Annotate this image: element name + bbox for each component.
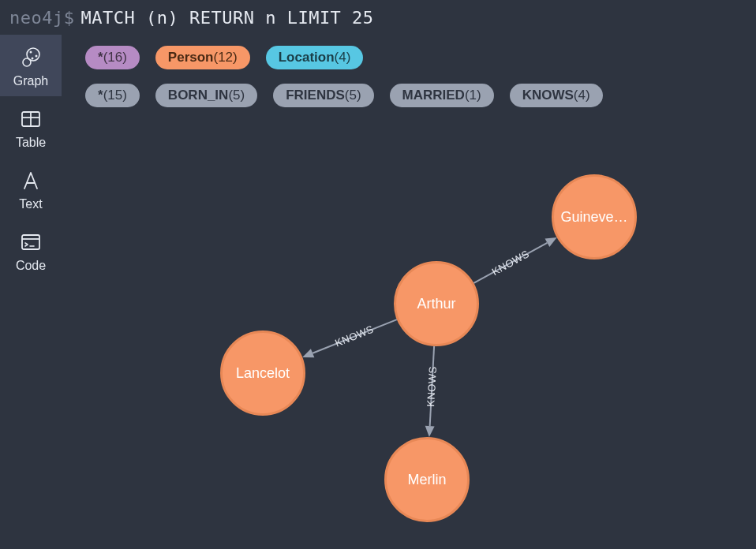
pill-count: (4) [335,50,351,65]
sidebar-item-graph[interactable]: Graph [0,35,62,96]
rel-type-pill-married[interactable]: MARRIED(1) [390,84,494,107]
node-label-row: *(16) Person(12) Location(4) [85,46,756,69]
pill-count: (12) [214,50,238,65]
query-bar[interactable]: neo4j$ MATCH (n) RETURN n LIMIT 25 [0,0,756,35]
pill-count: (15) [103,88,127,103]
sidebar-item-label: Table [16,136,46,150]
sidebar-item-code[interactable]: Code [0,219,62,281]
main-panel: *(16) Person(12) Location(4) *(15) BORN_… [62,35,756,549]
pill-count: (5) [228,88,245,103]
pill-name: BORN_IN [168,88,229,103]
pill-name: MARRIED [402,88,465,103]
sidebar-item-table[interactable]: Table [0,96,62,158]
graph-node-guinevere[interactable]: Guineve… [552,174,637,260]
graph-node-arthur[interactable]: Arthur [394,261,479,346]
pill-count: (16) [103,50,127,65]
pill-name: * [98,50,103,65]
svg-marker-16 [425,426,435,437]
graph-canvas[interactable]: KNOWSKNOWSKNOWSArthurGuineve…LancelotMer… [62,118,756,528]
sidebar-item-text[interactable]: Text [0,158,62,219]
pill-count: (4) [574,88,590,103]
svg-marker-14 [302,349,314,357]
node-label-pill-location[interactable]: Location(4) [266,46,364,69]
prompt-dollar: $ [64,8,75,28]
svg-point-2 [30,51,32,54]
rel-type-row: *(15) BORN_IN(5) FRIENDS(5) MARRIED(1) K… [85,84,756,107]
pill-count: (5) [345,88,361,103]
overview-pills: *(16) Person(12) Location(4) *(15) BORN_… [62,35,756,118]
view-sidebar: Graph Table Text [0,35,62,549]
svg-point-3 [36,55,38,58]
sidebar-item-label: Text [19,197,42,211]
sidebar-item-label: Code [16,259,46,273]
rel-type-pill-friends[interactable]: FRIENDS(5) [273,84,373,107]
rel-type-pill-all[interactable]: *(15) [85,84,140,107]
pill-name: Person [168,50,214,65]
pill-name: KNOWS [522,88,574,103]
graph-node-merlin[interactable]: Merlin [384,437,470,522]
graph-node-lancelot[interactable]: Lancelot [220,331,305,416]
sidebar-item-label: Graph [13,74,48,88]
prompt-prefix: neo4j [9,8,64,28]
table-icon [19,107,43,131]
rel-type-pill-born-in[interactable]: BORN_IN(5) [155,84,257,107]
query-text: MATCH (n) RETURN n LIMIT 25 [80,8,373,28]
svg-rect-8 [22,235,39,249]
pill-name: * [98,88,103,103]
code-icon [19,230,43,254]
graph-icon [19,46,43,69]
node-label-pill-person[interactable]: Person(12) [155,46,250,69]
node-label-pill-all[interactable]: *(16) [85,46,140,69]
pill-name: Location [279,50,335,65]
svg-point-1 [23,58,31,66]
rel-type-pill-knows[interactable]: KNOWS(4) [510,84,603,107]
pill-count: (1) [465,88,481,103]
text-icon [19,169,43,192]
svg-point-4 [32,58,34,60]
pill-name: FRIENDS [286,88,345,103]
